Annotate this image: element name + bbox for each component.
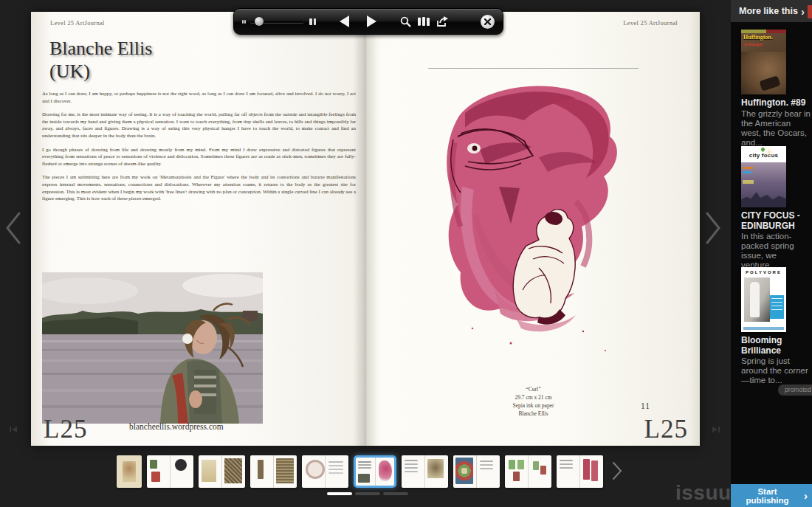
more-like-this-label: More like this: [739, 6, 798, 16]
artist-website: blancheellis.wordpress.com: [129, 422, 224, 431]
artwork-dimensions: 29.7 cm x 21 cm: [476, 393, 591, 401]
cover-label: [743, 171, 751, 173]
peek-cover-sliver: [808, 5, 812, 18]
artwork-image: [428, 68, 639, 365]
right-triangle-icon: [366, 15, 378, 28]
related-description: In this action-packed spring issue, we v…: [741, 232, 812, 270]
related-title: Huffington. #89: [741, 98, 812, 108]
skip-start-icon: [9, 425, 18, 434]
artwork-caption: “Curl” 29.7 cm x 21 cm Sepia ink on pape…: [476, 385, 591, 418]
related-publication-huffington[interactable]: Huffington. In Danger Huffington. #89 Th…: [741, 30, 809, 148]
artist-photo-image: [42, 272, 263, 424]
magazine-brandmark-right: L25: [644, 415, 688, 444]
chevron-right-icon: ›: [804, 490, 808, 501]
page-thumbnail-4[interactable]: [250, 455, 297, 488]
close-icon: [484, 18, 491, 25]
map-pin-icon: [760, 147, 765, 152]
chevron-right-icon: [611, 461, 623, 480]
share-icon: [436, 16, 449, 27]
cover-top-strip: [741, 30, 786, 33]
next-page-button[interactable]: [366, 15, 378, 28]
firework: [768, 151, 771, 154]
related-title: CITY FOCUS - EDINBURGH: [741, 211, 812, 231]
related-description: Spring is just around the corner—time to…: [741, 356, 808, 384]
skip-to-last-page-button[interactable]: [712, 425, 720, 436]
article-body: As long as I can draw, I am happy, or pe…: [42, 90, 356, 209]
start-publishing-button[interactable]: Start publishing ›: [731, 484, 812, 507]
chevron-right-icon: ›: [801, 5, 805, 18]
article-title-line1: Blanche Ellis: [49, 37, 152, 60]
watercolor-artwork: [428, 69, 639, 365]
start-publishing-label: Start publishing: [735, 487, 799, 505]
more-like-this-header[interactable]: More like this ›: [731, 0, 812, 22]
fashion-figure: [750, 282, 760, 317]
pagination-bar-3[interactable]: [383, 492, 408, 495]
related-publication-polyvore[interactable]: POLYVORE Blooming Brilliance Spring is j…: [741, 267, 809, 385]
polyvore-cover: POLYVORE: [741, 267, 786, 332]
page-thumbnail-5[interactable]: [302, 455, 348, 488]
related-sidebar: More like this › Huffington. In Danger H…: [731, 0, 812, 507]
running-head-right: Level 25 ArtJournal: [623, 19, 678, 27]
page-stack-icon: [417, 16, 430, 27]
issuu-logo[interactable]: issuu: [675, 481, 732, 505]
cover-tagline: In Danger: [744, 42, 763, 46]
zoom-in-icon: [309, 18, 316, 25]
previous-spread-arrow[interactable]: [4, 211, 22, 247]
left-triangle-icon: [338, 15, 350, 28]
page-thumbnail-2[interactable]: [147, 455, 193, 488]
previous-page-button[interactable]: [338, 15, 350, 28]
artist-photo: [42, 272, 263, 424]
related-publication-cityfocus[interactable]: city focus CITY FOCUS - EDINBURGH In thi…: [741, 146, 809, 270]
related-title: Blooming Brilliance: [741, 336, 812, 356]
share-button[interactable]: [436, 16, 449, 27]
viewer-toolbar: [233, 8, 503, 35]
promoted-badge: promoted: [778, 384, 812, 396]
cover-label: [743, 180, 754, 184]
pages-view-button[interactable]: [417, 16, 430, 27]
huffington-cover: Huffington. In Danger: [741, 30, 786, 94]
article-paragraph: I go though phases of drawing from life …: [42, 146, 356, 168]
cover-masthead: city focus: [741, 152, 786, 159]
cover-label: [743, 167, 753, 169]
thumbnail-scroll-right-button[interactable]: [611, 461, 623, 483]
page-thumbnail-7[interactable]: [402, 455, 448, 488]
related-description: The grizzly bear in the American west, t…: [741, 109, 812, 148]
cover-bottom-strip: [743, 327, 784, 330]
running-head-left: Level 25 ArtJournal: [50, 19, 105, 27]
skip-end-icon: [712, 425, 720, 434]
artwork-medium: Sepia ink on paper: [476, 401, 591, 410]
page-thumbnail-1[interactable]: [117, 455, 142, 488]
article-title-line2: (UK): [49, 60, 152, 83]
related-description-wrap: Spring is just around the corner—time to…: [741, 356, 812, 385]
next-spread-arrow[interactable]: [704, 211, 722, 247]
city-focus-cover: city focus: [741, 146, 786, 207]
page-right: Level 25 ArtJournal: [365, 12, 700, 446]
pagination-bar-1[interactable]: [327, 492, 352, 495]
pagination-bar-2[interactable]: [355, 492, 380, 495]
close-button[interactable]: [481, 15, 495, 29]
page-thumbnail-strip: [117, 452, 623, 491]
cover-masthead: POLYVORE: [741, 270, 786, 275]
chevron-right-icon: [704, 211, 722, 245]
cover-masthead: Huffington.: [743, 34, 773, 41]
search-icon: [400, 16, 411, 27]
page-thumbnail-8[interactable]: [453, 455, 500, 488]
zoom-slider-knob[interactable]: [255, 17, 264, 26]
viewer-stage: Level 25 ArtJournal Blanche Ellis (UK) A…: [0, 0, 731, 507]
artwork-title: “Curl”: [476, 385, 591, 393]
page-thumbnail-6-current[interactable]: [354, 455, 396, 488]
page-thumbnail-3[interactable]: [199, 455, 245, 488]
page-thumbnail-9[interactable]: [505, 455, 551, 488]
artwork-artist: Blanche Ellis: [476, 410, 591, 418]
magazine-brandmark-left: L25: [44, 415, 87, 444]
article-title: Blanche Ellis (UK): [49, 37, 152, 83]
chevron-left-icon: [4, 211, 22, 245]
zoom-slider[interactable]: [250, 17, 303, 26]
page-thumbnail-10[interactable]: [557, 455, 603, 488]
article-paragraph: The pieces I am submitting here are from…: [42, 173, 356, 201]
skip-to-first-page-button[interactable]: [9, 425, 18, 436]
page-number: 11: [641, 401, 650, 410]
search-button[interactable]: [400, 16, 411, 27]
magazine-spread: Level 25 ArtJournal Blanche Ellis (UK) A…: [31, 12, 700, 446]
article-paragraph: Drawing for me, is the most intimate way…: [42, 111, 356, 139]
